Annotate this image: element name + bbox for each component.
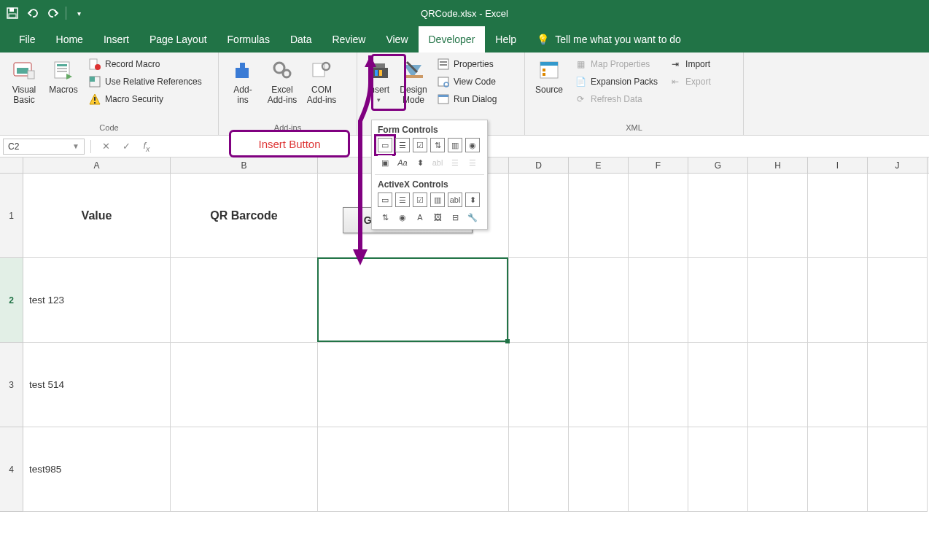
- cell-G4[interactable]: [688, 427, 748, 512]
- run-dialog-button[interactable]: Run Dialog: [435, 92, 500, 106]
- ax-textbox-icon[interactable]: abl: [448, 192, 462, 207]
- form-combo2-icon[interactable]: ☰: [448, 155, 462, 170]
- form-spin-icon[interactable]: ⇅: [430, 138, 445, 152]
- name-box[interactable]: C2▼: [3, 139, 85, 155]
- cell-H4[interactable]: [748, 427, 808, 512]
- col-header-A[interactable]: A: [23, 158, 171, 173]
- tab-help[interactable]: Help: [485, 26, 526, 52]
- cell-E4[interactable]: [569, 427, 629, 512]
- insert-function-button[interactable]: fx: [138, 139, 155, 155]
- tab-developer[interactable]: Developer: [419, 26, 486, 52]
- cell-F1[interactable]: [629, 174, 688, 258]
- cancel-formula-button[interactable]: ✕: [97, 139, 114, 155]
- cell-B2[interactable]: [171, 258, 318, 343]
- tab-insert[interactable]: Insert: [93, 26, 139, 52]
- col-header-I[interactable]: I: [808, 158, 868, 173]
- cell-I4[interactable]: [808, 427, 868, 512]
- tab-page-layout[interactable]: Page Layout: [139, 26, 217, 52]
- form-combo-icon[interactable]: ☰: [395, 138, 410, 152]
- tab-review[interactable]: Review: [322, 26, 376, 52]
- com-addins-button[interactable]: COM Add-ins: [302, 55, 341, 108]
- relative-refs-button[interactable]: Use Relative References: [86, 74, 205, 89]
- macro-security-button[interactable]: Macro Security: [86, 92, 205, 106]
- form-option-icon[interactable]: ◉: [465, 138, 480, 152]
- save-icon[interactable]: [4, 5, 20, 21]
- cell-G3[interactable]: [688, 343, 748, 427]
- cell-J4[interactable]: [868, 427, 928, 512]
- col-header-F[interactable]: F: [629, 158, 688, 173]
- cell-F2[interactable]: [629, 258, 688, 343]
- tab-home[interactable]: Home: [46, 26, 93, 52]
- select-all-corner[interactable]: [0, 158, 23, 173]
- cell-G2[interactable]: [688, 258, 748, 343]
- ax-image-icon[interactable]: 🖼: [430, 210, 445, 225]
- undo-icon[interactable]: [25, 5, 41, 21]
- cell-E3[interactable]: [569, 343, 629, 427]
- design-mode-button[interactable]: Design Mode: [395, 55, 432, 108]
- cell-H2[interactable]: [748, 258, 808, 343]
- row-header-4[interactable]: 4: [0, 427, 23, 512]
- tab-file[interactable]: File: [9, 26, 46, 52]
- cell-A4[interactable]: test985: [23, 427, 171, 512]
- cell-B1[interactable]: QR Barcode: [171, 174, 318, 258]
- insert-controls-dropdown[interactable]: Form Controls ▭ ☰ ☑ ⇅ ▥ ◉ ▣ Aa ⬍ abl ☰ ☰…: [371, 120, 488, 230]
- ax-label-icon[interactable]: A: [413, 210, 427, 225]
- xml-source-button[interactable]: Source: [529, 55, 569, 98]
- cell-E1[interactable]: [569, 174, 629, 258]
- cell-D2[interactable]: [509, 258, 569, 343]
- col-header-H[interactable]: H: [748, 158, 808, 173]
- col-header-B[interactable]: B: [171, 158, 318, 173]
- row-header-1[interactable]: 1: [0, 174, 23, 258]
- cell-C3[interactable]: [318, 343, 509, 427]
- cell-I1[interactable]: [808, 174, 868, 258]
- cell-A3[interactable]: test 514: [23, 343, 171, 427]
- row-header-2[interactable]: 2: [0, 258, 23, 343]
- col-header-J[interactable]: J: [868, 158, 928, 173]
- form-listbox-icon[interactable]: ▥: [448, 138, 462, 152]
- addins-button[interactable]: Add- ins: [223, 55, 263, 108]
- expansion-packs-button[interactable]: 📄Expansion Packs: [572, 74, 661, 89]
- cell-H1[interactable]: [748, 174, 808, 258]
- cell-G1[interactable]: [688, 174, 748, 258]
- tab-formulas[interactable]: Formulas: [217, 26, 280, 52]
- ax-list-icon[interactable]: ▥: [430, 192, 445, 207]
- form-checkbox-icon[interactable]: ☑: [413, 138, 427, 152]
- cell-C4[interactable]: [318, 427, 509, 512]
- ax-button-icon[interactable]: ▭: [378, 192, 392, 207]
- cell-D3[interactable]: [509, 343, 569, 427]
- cell-B4[interactable]: [171, 427, 318, 512]
- ax-option-icon[interactable]: ◉: [395, 210, 410, 225]
- cell-I2[interactable]: [808, 258, 868, 343]
- ax-scroll-icon[interactable]: ⬍: [465, 192, 480, 207]
- redo-icon[interactable]: [45, 5, 61, 21]
- cell-J1[interactable]: [868, 174, 928, 258]
- import-button[interactable]: ⇥Import: [666, 57, 714, 71]
- col-header-E[interactable]: E: [569, 158, 629, 173]
- cell-D4[interactable]: [509, 427, 569, 512]
- cell-C2[interactable]: [318, 258, 509, 343]
- ax-checkbox-icon[interactable]: ☑: [413, 192, 427, 207]
- row-header-3[interactable]: 3: [0, 343, 23, 427]
- tell-me[interactable]: 💡Tell me what you want to do: [526, 26, 691, 52]
- cell-I3[interactable]: [808, 343, 868, 427]
- insert-controls-button[interactable]: Insert ▾: [362, 55, 395, 108]
- properties-button[interactable]: Properties: [435, 57, 500, 71]
- view-code-button[interactable]: View Code: [435, 74, 500, 89]
- cell-D1[interactable]: [509, 174, 569, 258]
- cell-H3[interactable]: [748, 343, 808, 427]
- cell-F3[interactable]: [629, 343, 688, 427]
- record-macro-button[interactable]: Record Macro: [86, 57, 205, 71]
- tab-data[interactable]: Data: [280, 26, 322, 52]
- form-button-control-icon[interactable]: ▭: [378, 138, 392, 152]
- ax-toggle-icon[interactable]: ⊟: [448, 210, 462, 225]
- cell-J2[interactable]: [868, 258, 928, 343]
- cell-J3[interactable]: [868, 343, 928, 427]
- cell-F4[interactable]: [629, 427, 688, 512]
- ax-more-icon[interactable]: 🔧: [465, 210, 480, 225]
- cell-A1[interactable]: Value: [23, 174, 171, 258]
- form-label-icon[interactable]: Aa: [395, 155, 410, 170]
- form-group-icon[interactable]: ▣: [378, 155, 392, 170]
- cell-A2[interactable]: test 123: [23, 258, 171, 343]
- row-headers[interactable]: 1234: [0, 174, 23, 512]
- visual-basic-button[interactable]: Visual Basic: [4, 55, 44, 108]
